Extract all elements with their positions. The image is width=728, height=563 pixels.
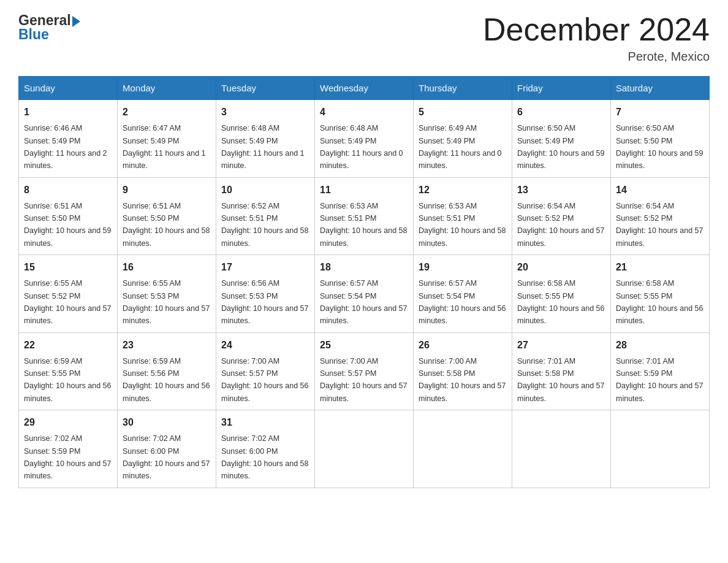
table-row: 28 Sunrise: 7:01 AMSunset: 5:59 PMDaylig… [611, 332, 710, 410]
table-row: 17 Sunrise: 6:56 AMSunset: 5:53 PMDaylig… [216, 255, 315, 333]
table-row [315, 410, 414, 488]
day-number: 3 [221, 105, 309, 120]
header-friday: Friday [512, 77, 611, 100]
table-row: 14 Sunrise: 6:54 AMSunset: 5:52 PMDaylig… [611, 177, 710, 255]
day-info: Sunrise: 6:48 AMSunset: 5:49 PMDaylight:… [221, 124, 305, 170]
day-info: Sunrise: 6:50 AMSunset: 5:50 PMDaylight:… [616, 124, 703, 170]
table-row: 30 Sunrise: 7:02 AMSunset: 6:00 PMDaylig… [118, 410, 216, 488]
day-number: 12 [419, 183, 507, 197]
day-info: Sunrise: 6:54 AMSunset: 5:52 PMDaylight:… [517, 202, 604, 248]
day-info: Sunrise: 7:01 AMSunset: 5:58 PMDaylight:… [517, 357, 604, 403]
day-number: 11 [320, 183, 408, 197]
day-info: Sunrise: 6:59 AMSunset: 5:55 PMDaylight:… [24, 357, 111, 403]
day-info: Sunrise: 6:46 AMSunset: 5:49 PMDaylight:… [24, 124, 107, 170]
table-row: 18 Sunrise: 6:57 AMSunset: 5:54 PMDaylig… [315, 255, 414, 333]
table-row: 24 Sunrise: 7:00 AMSunset: 5:57 PMDaylig… [216, 332, 315, 410]
table-row: 6 Sunrise: 6:50 AMSunset: 5:49 PMDayligh… [512, 100, 611, 178]
day-info: Sunrise: 6:52 AMSunset: 5:51 PMDaylight:… [221, 202, 308, 248]
table-row: 11 Sunrise: 6:53 AMSunset: 5:51 PMDaylig… [315, 177, 414, 255]
table-row: 3 Sunrise: 6:48 AMSunset: 5:49 PMDayligh… [216, 100, 315, 178]
day-number: 4 [320, 105, 408, 120]
day-info: Sunrise: 6:50 AMSunset: 5:49 PMDaylight:… [517, 124, 604, 170]
table-row: 16 Sunrise: 6:55 AMSunset: 5:53 PMDaylig… [118, 255, 216, 333]
table-row: 21 Sunrise: 6:58 AMSunset: 5:55 PMDaylig… [611, 255, 710, 333]
table-row: 1 Sunrise: 6:46 AMSunset: 5:49 PMDayligh… [19, 100, 118, 178]
calendar-week-row: 15 Sunrise: 6:55 AMSunset: 5:52 PMDaylig… [19, 255, 710, 333]
day-info: Sunrise: 6:55 AMSunset: 5:53 PMDaylight:… [123, 279, 210, 325]
day-number: 21 [616, 260, 704, 275]
day-number: 19 [419, 260, 507, 275]
day-info: Sunrise: 6:56 AMSunset: 5:53 PMDaylight:… [221, 279, 308, 325]
table-row: 29 Sunrise: 7:02 AMSunset: 5:59 PMDaylig… [19, 410, 118, 488]
day-number: 22 [24, 338, 112, 353]
day-number: 2 [123, 105, 211, 120]
table-row: 7 Sunrise: 6:50 AMSunset: 5:50 PMDayligh… [611, 100, 710, 178]
day-info: Sunrise: 6:58 AMSunset: 5:55 PMDaylight:… [616, 279, 703, 325]
day-number: 23 [123, 338, 211, 353]
day-info: Sunrise: 6:51 AMSunset: 5:50 PMDaylight:… [24, 202, 111, 248]
day-number: 26 [419, 338, 507, 353]
day-number: 31 [221, 415, 309, 430]
day-info: Sunrise: 6:49 AMSunset: 5:49 PMDaylight:… [419, 124, 502, 170]
table-row: 31 Sunrise: 7:02 AMSunset: 6:00 PMDaylig… [216, 410, 315, 488]
header-saturday: Saturday [611, 77, 710, 100]
day-number: 16 [123, 260, 211, 275]
logo: General Blue [18, 12, 80, 43]
table-row: 23 Sunrise: 6:59 AMSunset: 5:56 PMDaylig… [118, 332, 216, 410]
day-info: Sunrise: 7:00 AMSunset: 5:57 PMDaylight:… [320, 357, 407, 403]
day-info: Sunrise: 6:53 AMSunset: 5:51 PMDaylight:… [320, 202, 407, 248]
day-number: 30 [123, 415, 211, 430]
header-monday: Monday [118, 77, 216, 100]
title-block: December 2024 Perote, Mexico [483, 12, 710, 64]
day-info: Sunrise: 7:02 AMSunset: 6:00 PMDaylight:… [123, 434, 210, 480]
header-wednesday: Wednesday [315, 77, 414, 100]
table-row: 25 Sunrise: 7:00 AMSunset: 5:57 PMDaylig… [315, 332, 414, 410]
calendar-header-row: Sunday Monday Tuesday Wednesday Thursday… [19, 77, 710, 100]
day-number: 25 [320, 338, 408, 353]
day-number: 6 [517, 105, 605, 120]
day-number: 24 [221, 338, 309, 353]
day-info: Sunrise: 7:00 AMSunset: 5:57 PMDaylight:… [221, 357, 308, 403]
table-row: 22 Sunrise: 6:59 AMSunset: 5:55 PMDaylig… [19, 332, 118, 410]
calendar-week-row: 29 Sunrise: 7:02 AMSunset: 5:59 PMDaylig… [19, 410, 710, 488]
table-row: 15 Sunrise: 6:55 AMSunset: 5:52 PMDaylig… [19, 255, 118, 333]
day-info: Sunrise: 6:51 AMSunset: 5:50 PMDaylight:… [123, 202, 210, 248]
day-info: Sunrise: 7:02 AMSunset: 5:59 PMDaylight:… [24, 434, 111, 480]
table-row: 9 Sunrise: 6:51 AMSunset: 5:50 PMDayligh… [118, 177, 216, 255]
logo-triangle-icon [72, 16, 80, 27]
table-row: 19 Sunrise: 6:57 AMSunset: 5:54 PMDaylig… [414, 255, 512, 333]
day-number: 15 [24, 260, 112, 275]
day-info: Sunrise: 7:01 AMSunset: 5:59 PMDaylight:… [616, 357, 703, 403]
table-row: 2 Sunrise: 6:47 AMSunset: 5:49 PMDayligh… [118, 100, 216, 178]
day-info: Sunrise: 6:53 AMSunset: 5:51 PMDaylight:… [419, 202, 506, 248]
table-row: 26 Sunrise: 7:00 AMSunset: 5:58 PMDaylig… [414, 332, 512, 410]
day-number: 20 [517, 260, 605, 275]
table-row: 27 Sunrise: 7:01 AMSunset: 5:58 PMDaylig… [512, 332, 611, 410]
day-info: Sunrise: 6:57 AMSunset: 5:54 PMDaylight:… [419, 279, 506, 325]
day-info: Sunrise: 6:48 AMSunset: 5:49 PMDaylight:… [320, 124, 403, 170]
day-info: Sunrise: 6:54 AMSunset: 5:52 PMDaylight:… [616, 202, 703, 248]
day-info: Sunrise: 6:55 AMSunset: 5:52 PMDaylight:… [24, 279, 111, 325]
table-row: 4 Sunrise: 6:48 AMSunset: 5:49 PMDayligh… [315, 100, 414, 178]
day-info: Sunrise: 6:58 AMSunset: 5:55 PMDaylight:… [517, 279, 604, 325]
day-number: 1 [24, 105, 112, 120]
location-text: Perote, Mexico [483, 50, 710, 64]
day-info: Sunrise: 6:59 AMSunset: 5:56 PMDaylight:… [123, 357, 210, 403]
table-row: 20 Sunrise: 6:58 AMSunset: 5:55 PMDaylig… [512, 255, 611, 333]
header-thursday: Thursday [414, 77, 512, 100]
calendar-week-row: 8 Sunrise: 6:51 AMSunset: 5:50 PMDayligh… [19, 177, 710, 255]
day-info: Sunrise: 7:02 AMSunset: 6:00 PMDaylight:… [221, 434, 308, 480]
day-number: 10 [221, 183, 309, 197]
day-number: 13 [517, 183, 605, 197]
day-number: 29 [24, 415, 112, 430]
table-row: 8 Sunrise: 6:51 AMSunset: 5:50 PMDayligh… [19, 177, 118, 255]
header-sunday: Sunday [19, 77, 118, 100]
day-info: Sunrise: 6:57 AMSunset: 5:54 PMDaylight:… [320, 279, 407, 325]
calendar-week-row: 22 Sunrise: 6:59 AMSunset: 5:55 PMDaylig… [19, 332, 710, 410]
table-row: 10 Sunrise: 6:52 AMSunset: 5:51 PMDaylig… [216, 177, 315, 255]
table-row: 12 Sunrise: 6:53 AMSunset: 5:51 PMDaylig… [414, 177, 512, 255]
day-info: Sunrise: 6:47 AMSunset: 5:49 PMDaylight:… [123, 124, 206, 170]
day-number: 17 [221, 260, 309, 275]
day-number: 18 [320, 260, 408, 275]
table-row: 13 Sunrise: 6:54 AMSunset: 5:52 PMDaylig… [512, 177, 611, 255]
